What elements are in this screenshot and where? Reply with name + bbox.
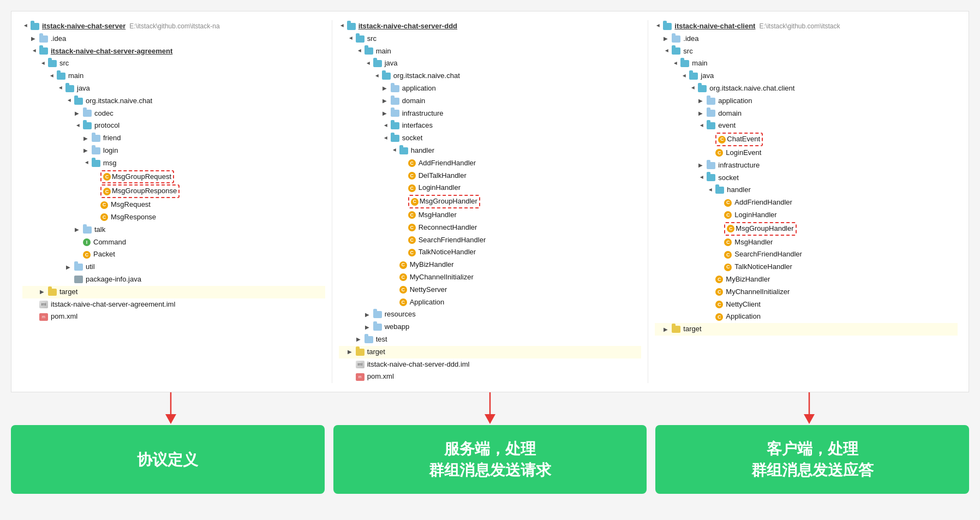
tree-node-p2n14[interactable]: CLoginHandler — [339, 182, 642, 194]
tree-node-p2n21[interactable]: CMyChannelInitializer — [339, 271, 642, 284]
node-label-p1n18: Command — [93, 237, 126, 248]
tree-node-p1n16[interactable]: CMsgResponse — [22, 211, 325, 224]
node-label-p2n19: TalkNoticeHandler — [419, 247, 476, 258]
node-label-p2n18: SearchFriendHandler — [419, 235, 486, 246]
tree-panel-panel2: ▼itstack-naive-chat-server-ddd▼src▼main▼… — [332, 20, 649, 383]
tree-node-p2n15[interactable]: CMsgGroupHandler — [339, 194, 642, 209]
tree-node-p2n22[interactable]: CNettyServer — [339, 284, 642, 296]
class-icon: C — [399, 273, 407, 281]
tree-node-p3n14[interactable]: ▼handler — [655, 184, 958, 196]
class-icon: C — [724, 264, 732, 271]
tree-node-p3n25[interactable]: ▶target — [655, 323, 958, 336]
tree-node-p2n4[interactable]: ▼java — [339, 57, 642, 70]
tree-node-p1n13[interactable]: CMsgGroupRequest — [22, 170, 325, 184]
tree-node-p3n11[interactable]: CLoginEvent — [655, 147, 958, 159]
tree-node-p3n12[interactable]: ▶infrastructure — [655, 159, 958, 172]
tree-node-p2n20[interactable]: CMyBizHandler — [339, 259, 642, 271]
tree-node-p3n6[interactable]: ▼org.itstack.naive.chat.client — [655, 82, 958, 95]
bottom-label-0: 协议定义 — [11, 425, 325, 494]
tree-node-p1n8[interactable]: ▶codec — [22, 107, 325, 120]
tree-node-p2n11[interactable]: ▼handler — [339, 145, 642, 157]
tree-node-p1n24[interactable]: mpom.xml — [22, 310, 325, 323]
highlighted-node-p2n15: CMsgGroupHandler — [408, 195, 480, 208]
node-label-p1n2: .idea — [51, 33, 66, 45]
tree-node-p3n17[interactable]: CMsgGroupHandler — [655, 222, 958, 236]
tree-node-p3n1[interactable]: ▼itstack-naive-chat-clientE:\itstack\git… — [655, 20, 958, 33]
tree-node-p2n27[interactable]: ▶target — [339, 346, 642, 358]
tree-node-p1n17[interactable]: ▶talk — [22, 224, 325, 236]
tree-node-p2n16[interactable]: CMsgHandler — [339, 209, 642, 222]
expand-icon: ▶ — [365, 323, 372, 332]
tree-node-p3n3[interactable]: ▼src — [655, 45, 958, 58]
tree-node-p1n21[interactable]: package-info.java — [22, 273, 325, 286]
tree-node-p3n21[interactable]: CMyBizHandler — [655, 273, 958, 286]
tree-node-p1n14[interactable]: CMsgGroupResponse — [22, 184, 325, 199]
tree-node-p2n12[interactable]: CAddFriendHandler — [339, 157, 642, 170]
tree-node-p3n15[interactable]: CAddFriendHandler — [655, 196, 958, 209]
tree-node-p3n16[interactable]: CLoginHandler — [655, 209, 958, 222]
tree-node-p3n4[interactable]: ▼main — [655, 57, 958, 70]
tree-node-p2n8[interactable]: ▶infrastructure — [339, 107, 642, 120]
tree-node-p1n23[interactable]: imlitstack-naive-chat-server-agreement.i… — [22, 298, 325, 311]
tree-node-p3n13[interactable]: ▼socket — [655, 172, 958, 184]
tree-node-p3n19[interactable]: CSearchFriendHandler — [655, 248, 958, 261]
tree-node-p1n18[interactable]: ICommand — [22, 236, 325, 249]
tree-node-p2n5[interactable]: ▼org.itstack.naive.chat — [339, 70, 642, 82]
tree-node-p1n12[interactable]: ▼msg — [22, 157, 325, 170]
expand-icon: ▶ — [75, 225, 81, 234]
tree-node-p3n23[interactable]: CNettyClient — [655, 298, 958, 311]
tree-node-p1n4[interactable]: ▼src — [22, 57, 325, 70]
tree-node-p2n28[interactable]: imlitstack-naive-chat-server-ddd.iml — [339, 358, 642, 371]
tree-node-p3n9[interactable]: ▼event — [655, 119, 958, 132]
tree-node-p1n19[interactable]: CPacket — [22, 248, 325, 261]
tree-node-p2n6[interactable]: ▶application — [339, 82, 642, 95]
tree-node-p1n15[interactable]: CMsgRequest — [22, 199, 325, 211]
class-icon: C — [408, 211, 416, 219]
tree-node-p2n1[interactable]: ▼itstack-naive-chat-server-ddd — [339, 20, 642, 33]
node-label-p3n6: org.itstack.naive.chat.client — [709, 83, 794, 94]
tree-node-p3n10[interactable]: CChatEvent — [655, 132, 958, 147]
highlighted-node-p3n10: CChatEvent — [715, 133, 763, 146]
tree-node-p2n10[interactable]: ▼socket — [339, 132, 642, 145]
node-label-p2n10: socket — [402, 133, 423, 144]
tree-node-p3n7[interactable]: ▶application — [655, 95, 958, 107]
tree-node-p1n22[interactable]: ▶target — [22, 286, 325, 298]
tree-node-p1n3[interactable]: ▼itstack-naive-chat-server-agreement — [22, 45, 325, 58]
tree-node-p1n1[interactable]: ▼itstack-naive-chat-serverE:\itstack\git… — [22, 20, 325, 33]
tree-node-p3n8[interactable]: ▶domain — [655, 107, 958, 120]
class-icon: C — [715, 149, 723, 157]
tree-node-p2n25[interactable]: ▶webapp — [339, 321, 642, 333]
tree-node-p2n2[interactable]: ▼src — [339, 33, 642, 45]
tree-node-p2n9[interactable]: ▼interfaces — [339, 119, 642, 132]
tree-node-p1n11[interactable]: ▶login — [22, 145, 325, 157]
tree-node-p2n3[interactable]: ▼main — [339, 45, 642, 58]
tree-node-p2n26[interactable]: ▶test — [339, 333, 642, 346]
tree-node-p2n24[interactable]: ▶resources — [339, 308, 642, 321]
tree-node-p2n7[interactable]: ▶domain — [339, 95, 642, 107]
tree-node-p2n19[interactable]: CTalkNoticeHandler — [339, 246, 642, 259]
tree-node-p2n17[interactable]: CReconnectHandler — [339, 222, 642, 234]
expand-icon: ▶ — [83, 146, 90, 155]
tree-node-p2n23[interactable]: CApplication — [339, 296, 642, 309]
highlight-label-p1n13: MsgGroupRequest — [112, 171, 171, 183]
collapse-icon: ▼ — [82, 160, 91, 166]
expand-icon: ▶ — [75, 109, 81, 118]
tree-node-p1n6[interactable]: ▼java — [22, 82, 325, 95]
tree-node-p1n10[interactable]: ▶friend — [22, 132, 325, 145]
tree-node-p1n5[interactable]: ▼main — [22, 70, 325, 82]
tree-node-p3n5[interactable]: ▼java — [655, 70, 958, 82]
tree-node-p3n20[interactable]: CTalkNoticeHandler — [655, 261, 958, 273]
tree-node-p2n18[interactable]: CSearchFriendHandler — [339, 234, 642, 247]
tree-node-p3n22[interactable]: CMyChannelInitializer — [655, 286, 958, 298]
expand-icon: ▶ — [365, 310, 372, 319]
tree-node-p1n7[interactable]: ▼org.itstack.naive.chat — [22, 95, 325, 107]
tree-node-p1n2[interactable]: ▶.idea — [22, 33, 325, 45]
tree-node-p2n13[interactable]: CDelTalkHandler — [339, 170, 642, 182]
tree-node-p2n29[interactable]: mpom.xml — [339, 370, 642, 383]
tree-node-p3n18[interactable]: CMsgHandler — [655, 236, 958, 249]
node-label-p2n4: java — [385, 58, 398, 69]
tree-node-p3n24[interactable]: CApplication — [655, 310, 958, 323]
tree-node-p3n2[interactable]: ▶.idea — [655, 33, 958, 45]
tree-node-p1n9[interactable]: ▼protocol — [22, 119, 325, 132]
tree-node-p1n20[interactable]: ▶util — [22, 261, 325, 273]
